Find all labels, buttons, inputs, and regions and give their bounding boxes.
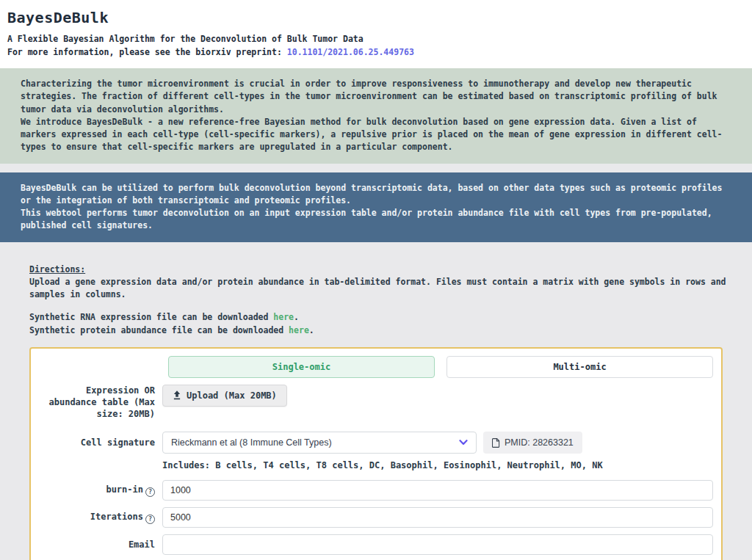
directions-section: Directions: Upload a gene expression dat… [0, 242, 752, 347]
intro-panel: Characterizing the tumor microenvironmen… [0, 68, 752, 164]
cell-signature-select[interactable]: Rieckmann et al (8 Immune Cell Types) [162, 432, 477, 454]
upload-label: Expression OR abundance table (Max size:… [39, 385, 155, 421]
cell-signature-selected-option: Rieckmann et al (8 Immune Cell Types) [171, 437, 332, 448]
directions-body: Upload a gene expression data and/or pro… [29, 276, 731, 302]
directions-heading: Directions: [29, 263, 731, 276]
protein-line-prefix: Synthetic protein abundance file can be … [29, 325, 289, 335]
page-title: BayesDeBulk [7, 9, 745, 26]
cell-signature-label: Cell signature [39, 437, 155, 448]
tab-single-omic[interactable]: Single-omic [168, 356, 435, 378]
multiomic-paragraph-2: This webtool performs tumor deconvolutio… [21, 207, 731, 233]
pmid-badge-label: PMID: 28263321 [505, 437, 574, 448]
page-subtitle: A Flexible Bayesian Algorithm for the De… [7, 34, 745, 44]
preprint-line: For more information, please see the bio… [7, 47, 745, 57]
page-header: BayesDeBulk A Flexible Bayesian Algorith… [0, 0, 752, 68]
email-input[interactable] [162, 534, 713, 555]
chevron-down-icon [459, 440, 468, 446]
upload-content: Upload (Max 20MB) [162, 385, 713, 407]
cell-signature-content: Rieckmann et al (8 Immune Cell Types) PM… [162, 432, 713, 454]
iterations-input[interactable] [162, 507, 713, 528]
email-content [162, 534, 713, 555]
cell-signature-row: Cell signature Rieckmann et al (8 Immune… [39, 432, 713, 454]
iterations-help-icon[interactable]: ? [145, 514, 155, 524]
signature-includes-text: Includes: B cells, T4 cells, T8 cells, D… [162, 460, 603, 470]
document-icon [492, 438, 500, 448]
rna-line-suffix: . [294, 312, 299, 322]
email-label: Email [39, 539, 155, 550]
multiomic-info-panel: BayesDeBulk can be utilized to perform b… [0, 172, 752, 242]
preprint-link[interactable]: 10.1101/2021.06.25.449763 [287, 47, 414, 57]
upload-button[interactable]: Upload (Max 20MB) [162, 385, 287, 407]
download-links: Synthetic RNA expression file can be dow… [29, 311, 731, 337]
burn-in-row: burn-in? [39, 480, 713, 501]
omic-mode-tabs: Single-omic Multi-omic [39, 356, 713, 378]
iterations-label: Iterations? [39, 511, 155, 524]
upload-icon [173, 390, 181, 400]
burn-in-content [162, 480, 713, 501]
tab-single-omic-label: Single-omic [272, 362, 330, 372]
intro-paragraph-2: We introduce BayesDeBulk - a new referen… [21, 116, 731, 154]
preprint-prefix: For more information, please see the bio… [7, 47, 287, 57]
bayesdebulk-page: BayesDeBulk A Flexible Bayesian Algorith… [0, 0, 752, 560]
burn-in-help-icon[interactable]: ? [145, 487, 155, 497]
iterations-label-text: Iterations [90, 512, 143, 522]
iterations-row: Iterations? [39, 507, 713, 528]
burn-in-label-text: burn-in [106, 484, 143, 495]
iterations-content [162, 507, 713, 528]
intro-paragraph-1: Characterizing the tumor microenvironmen… [21, 78, 731, 116]
protein-line-suffix: . [309, 325, 314, 335]
tab-multi-omic-label: Multi-omic [553, 362, 606, 372]
synthetic-protein-line: Synthetic protein abundance file can be … [29, 324, 731, 337]
burn-in-input[interactable] [162, 480, 713, 501]
deconvolution-form: Single-omic Multi-omic Expression OR abu… [29, 347, 723, 560]
rna-line-prefix: Synthetic RNA expression file can be dow… [29, 312, 273, 322]
upload-row: Expression OR abundance table (Max size:… [39, 385, 713, 421]
multiomic-paragraph-1: BayesDeBulk can be utilized to perform b… [21, 182, 731, 208]
tab-multi-omic[interactable]: Multi-omic [446, 356, 713, 378]
includes-row: Includes: B cells, T4 cells, T8 cells, D… [39, 460, 713, 470]
upload-button-label: Upload (Max 20MB) [187, 390, 277, 401]
pmid-badge[interactable]: PMID: 28263321 [483, 432, 582, 454]
burn-in-label: burn-in? [39, 484, 155, 497]
email-row: Email [39, 534, 713, 555]
synthetic-protein-download-link[interactable]: here [289, 325, 309, 335]
synthetic-rna-download-link[interactable]: here [273, 312, 294, 322]
synthetic-rna-line: Synthetic RNA expression file can be dow… [29, 311, 731, 324]
